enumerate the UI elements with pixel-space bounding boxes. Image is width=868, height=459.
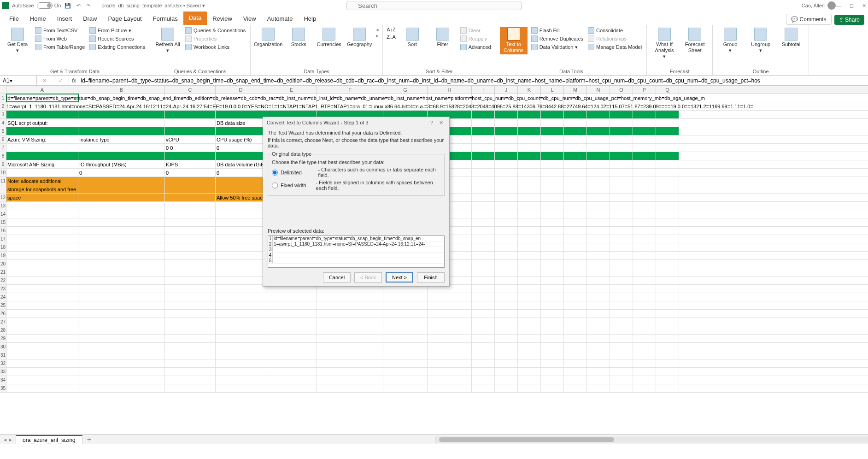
cell-K22[interactable]: [518, 277, 541, 284]
cell-N31[interactable]: [587, 351, 610, 359]
queries-connections-button[interactable]: Queries & Connections: [184, 27, 246, 34]
cell-K34[interactable]: [518, 376, 541, 384]
cell-O23[interactable]: [610, 285, 633, 293]
cell-P13[interactable]: [633, 202, 656, 210]
cell-D11[interactable]: [216, 177, 266, 185]
cell-N24[interactable]: [587, 293, 610, 301]
cell-B6[interactable]: Instance type: [78, 135, 165, 143]
row-header-13[interactable]: 13: [0, 202, 6, 210]
cell-C27[interactable]: [165, 318, 216, 326]
cell-N27[interactable]: [587, 318, 610, 326]
share-button[interactable]: ⇪ Share: [834, 15, 864, 25]
cell-C[interactable]: [165, 185, 216, 193]
cell-A20[interactable]: [6, 260, 78, 268]
col-header-M[interactable]: M: [564, 86, 587, 94]
get-data-button[interactable]: Get Data ▾: [4, 27, 31, 54]
cell-G26[interactable]: [383, 310, 428, 318]
cell-M5[interactable]: [564, 127, 587, 135]
cell-K15[interactable]: [518, 218, 541, 226]
cell-K8[interactable]: [518, 152, 541, 160]
cell-A21[interactable]: [6, 268, 78, 276]
ungroup-button[interactable]: Ungroup ▾: [747, 27, 774, 54]
cell-L9[interactable]: [541, 160, 564, 168]
cell-A26[interactable]: [6, 310, 78, 318]
cell-N14[interactable]: [587, 210, 610, 218]
cell-G34[interactable]: [383, 376, 428, 384]
cell-F30[interactable]: [317, 343, 383, 351]
flash-fill-button[interactable]: Flash Fill: [530, 27, 584, 34]
cell-A2[interactable]: [6, 102, 78, 110]
cell-Q3[interactable]: [656, 111, 679, 118]
recent-sources-button[interactable]: Recent Sources: [88, 35, 146, 42]
col-header-C[interactable]: C: [165, 86, 216, 94]
finish-button[interactable]: Finish: [417, 272, 445, 282]
col-header-L[interactable]: L: [541, 86, 564, 94]
whatif-button[interactable]: What-If Analysis ▾: [651, 27, 678, 61]
cell-J29[interactable]: [495, 335, 518, 342]
cell-A29[interactable]: [6, 335, 78, 342]
cell-C28[interactable]: [165, 326, 216, 334]
cell-P15[interactable]: [633, 218, 656, 226]
sort-za-icon[interactable]: Z↓A: [387, 34, 396, 40]
cell-N13[interactable]: [587, 202, 610, 210]
cell-F1[interactable]: [317, 94, 383, 102]
cell-D1[interactable]: [216, 94, 266, 102]
cell-M29[interactable]: [564, 335, 587, 342]
cell-N10[interactable]: [587, 169, 610, 177]
dialog-close-icon[interactable]: ✕: [436, 120, 446, 126]
cell-J19[interactable]: [495, 252, 518, 259]
name-box[interactable]: A1 ▾: [0, 76, 37, 85]
cell-L11[interactable]: [541, 177, 564, 185]
cell-B32[interactable]: [78, 359, 165, 367]
cell-C21[interactable]: [165, 268, 216, 276]
cell-M27[interactable]: [564, 318, 587, 326]
maximize-icon[interactable]: ◻: [850, 3, 854, 9]
cell-N23[interactable]: [587, 285, 610, 293]
cell-P35[interactable]: [633, 384, 656, 392]
cell-M9[interactable]: [564, 160, 587, 168]
cell-N16[interactable]: [587, 227, 610, 235]
cell-A34[interactable]: [6, 376, 78, 384]
cell-J7[interactable]: [495, 144, 518, 152]
cell-Q16[interactable]: [656, 227, 679, 235]
cell-O5[interactable]: [610, 127, 633, 135]
cell-K21[interactable]: [518, 268, 541, 276]
cell-P29[interactable]: [633, 335, 656, 342]
cell-G1[interactable]: [383, 94, 428, 102]
sort-az-icon[interactable]: A↓Z: [387, 27, 396, 32]
cell-I20[interactable]: [472, 260, 495, 268]
cell-J5[interactable]: [495, 127, 518, 135]
cell-C13[interactable]: [165, 202, 216, 210]
cell-K24[interactable]: [518, 293, 541, 301]
cell-H34[interactable]: [428, 376, 472, 384]
cell-A9[interactable]: Microsoft ANF Sizing:: [6, 160, 78, 168]
cell-O8[interactable]: [610, 152, 633, 160]
cell-P21[interactable]: [633, 268, 656, 276]
cell-K27[interactable]: [518, 318, 541, 326]
cell-C34[interactable]: [165, 376, 216, 384]
cell-B15[interactable]: [78, 218, 165, 226]
cell-H33[interactable]: [428, 368, 472, 376]
cell-D35[interactable]: [216, 384, 266, 392]
cell-J33[interactable]: [495, 368, 518, 376]
cell-C10[interactable]: 0: [165, 169, 216, 177]
cell-B26[interactable]: [78, 310, 165, 318]
col-header-K[interactable]: K: [518, 86, 541, 94]
cell-H29[interactable]: [428, 335, 472, 342]
cell-Q33[interactable]: [656, 368, 679, 376]
remove-duplicates-button[interactable]: Remove Duplicates: [530, 35, 584, 42]
cell-E2[interactable]: [266, 102, 317, 110]
cell-C14[interactable]: [165, 210, 216, 218]
cell-Q21[interactable]: [656, 268, 679, 276]
from-table-button[interactable]: From Table/Range: [34, 43, 86, 51]
row-header-21[interactable]: 21: [0, 268, 6, 276]
cell-D29[interactable]: [216, 335, 266, 342]
cell-O25[interactable]: [610, 301, 633, 309]
cell-L6[interactable]: [541, 135, 564, 143]
cell-D13[interactable]: [216, 202, 266, 210]
cell-M19[interactable]: [564, 252, 587, 259]
cell-C22[interactable]: [165, 277, 216, 284]
tab-review[interactable]: Review: [207, 12, 238, 25]
cell-A24[interactable]: [6, 293, 78, 301]
cell-G30[interactable]: [383, 343, 428, 351]
